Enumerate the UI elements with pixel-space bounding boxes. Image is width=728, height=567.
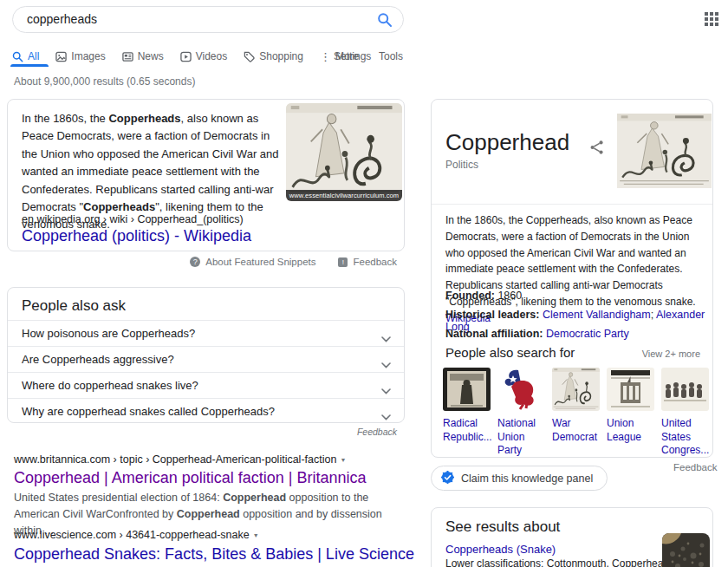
- paa-question-row[interactable]: Why are copperhead snakes called Copperh…: [8, 398, 404, 424]
- tools-menu[interactable]: Tools: [379, 50, 403, 62]
- kp-feedback-link[interactable]: Feedback: [673, 462, 718, 472]
- result-title-link[interactable]: Copperhead (politics) - Wikipedia: [22, 227, 251, 245]
- apps-grid-icon[interactable]: [705, 12, 718, 26]
- share-icon[interactable]: [589, 140, 605, 155]
- tab-images[interactable]: Images: [55, 50, 105, 62]
- shopping-tag-icon: [244, 51, 255, 62]
- paa-feedback-link[interactable]: Feedback: [7, 427, 397, 437]
- knowledge-panel-image[interactable]: [617, 114, 712, 188]
- view-more-link[interactable]: View 2+ more: [642, 349, 700, 359]
- lower-classifications-text: Lower classifications: Cottonmouth, Copp…: [445, 557, 669, 567]
- search-tabs: All Images News Videos Shopping ⋮ More: [12, 46, 359, 67]
- pasf-label[interactable]: Radical Republic...: [443, 417, 497, 444]
- news-icon: [122, 51, 133, 62]
- feedback-icon: !: [338, 257, 348, 267]
- fact-founded: Founded: 1860: [445, 290, 705, 302]
- tab-news[interactable]: News: [122, 50, 164, 62]
- divider: [432, 204, 712, 205]
- question-circle-icon: ?: [190, 257, 200, 267]
- featured-snippet-image[interactable]: www.essentialcivilwarcurriculum.com: [286, 103, 402, 201]
- see-results-about-card: See results about Copperheads (Snake) Lo…: [431, 507, 713, 567]
- pasf-thumbnail-radical-republicans[interactable]: [443, 368, 491, 411]
- more-vertical-icon: ⋮: [320, 50, 331, 63]
- pasf-thumbnail-united-states-congress[interactable]: [661, 368, 709, 411]
- feedback-link[interactable]: ! Feedback: [338, 257, 397, 267]
- active-tab-underline: [10, 64, 49, 67]
- claim-knowledge-panel-button[interactable]: Claim this knowledge panel: [431, 466, 608, 491]
- pasf-label[interactable]: War Democrat: [552, 417, 606, 444]
- video-play-icon: [180, 51, 192, 62]
- verified-badge-icon: [441, 471, 454, 486]
- search-icon[interactable]: [377, 12, 393, 28]
- knowledge-panel: Copperhead Politics In the 1860s, the Co…: [431, 99, 713, 458]
- affiliation-link[interactable]: Democratic Party: [546, 328, 629, 340]
- result-options-caret[interactable]: ▼: [253, 532, 259, 538]
- paa-question-row[interactable]: How poisonous are Copperheads?: [8, 320, 404, 346]
- about-featured-snippets-link[interactable]: ? About Featured Snippets: [190, 257, 315, 267]
- fact-national-affiliation: National affiliation: Democratic Party: [445, 328, 705, 340]
- result-title-link[interactable]: Copperhead Snakes: Facts, Bites & Babies…: [14, 545, 414, 564]
- search-icon: [12, 51, 23, 62]
- search-input[interactable]: copperheads: [27, 7, 97, 32]
- paa-question-row[interactable]: Where do copperhead snakes live?: [8, 372, 404, 398]
- result-stats: About 9,900,000 results (0.65 seconds): [14, 75, 195, 88]
- search-bar[interactable]: copperheads: [12, 6, 404, 33]
- knowledge-panel-title: Copperhead: [445, 129, 569, 156]
- snake-thumbnail[interactable]: [662, 533, 710, 567]
- knowledge-panel-subtitle: Politics: [445, 159, 478, 171]
- chevron-down-icon: [381, 382, 391, 398]
- pasf-thumbnail-union-league[interactable]: [607, 368, 654, 411]
- breadcrumb: www.britannica.com › topic › Copperhead-…: [14, 453, 346, 466]
- featured-snippet-meta: ? About Featured Snippets ! Feedback: [7, 257, 397, 267]
- tab-shopping[interactable]: Shopping: [244, 50, 303, 62]
- leader-link[interactable]: Clement Vallandigham: [543, 309, 651, 321]
- image-icon: [55, 51, 67, 62]
- paa-question-row[interactable]: Are Copperheads aggressive?: [8, 346, 404, 372]
- breadcrumb: www.livescience.com › 43641-copperhead-s…: [14, 529, 259, 541]
- see-results-about-header: See results about: [445, 518, 560, 536]
- result-options-caret[interactable]: ▼: [340, 457, 346, 463]
- pasf-label[interactable]: National Union Party: [497, 417, 551, 458]
- tab-videos[interactable]: Videos: [180, 50, 227, 62]
- result-title-link[interactable]: Copperhead | American political faction …: [14, 469, 367, 487]
- pasf-label[interactable]: United States Congres...: [661, 417, 715, 458]
- google-serp-page: copperheads All Images News Videos Shopp…: [0, 0, 728, 567]
- image-source-caption: www.essentialcivilwarcurriculum.com: [286, 190, 402, 201]
- people-also-search-for-header: People also search for: [445, 345, 575, 360]
- people-also-ask-card: People also ask How poisonous are Copper…: [7, 287, 405, 423]
- breadcrumb: en.wikipedia.org › wiki › Copperhead_(po…: [22, 213, 244, 225]
- copperheads-snake-link[interactable]: Copperheads (Snake): [445, 543, 556, 556]
- tab-all[interactable]: All: [12, 50, 39, 62]
- pasf-label[interactable]: Union League: [607, 417, 660, 444]
- settings-menu[interactable]: Settings: [334, 50, 371, 62]
- chevron-down-icon: [381, 330, 391, 346]
- pasf-thumbnail-war-democrat[interactable]: [552, 368, 600, 411]
- chevron-down-icon: [381, 356, 391, 372]
- featured-snippet-card: In the 1860s, the Copperheads, also know…: [7, 99, 405, 251]
- pasf-thumbnail-national-union-party[interactable]: [497, 368, 545, 411]
- chevron-down-icon: [381, 408, 391, 424]
- people-also-ask-header: People also ask: [22, 297, 126, 315]
